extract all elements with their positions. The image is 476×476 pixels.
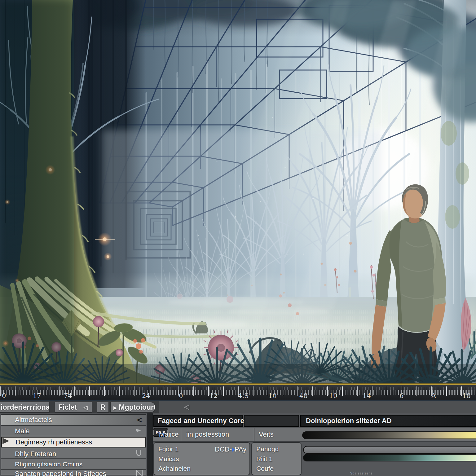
section-header-core: Fagecd and Unceriny Core [153, 415, 243, 427]
ruler-mark: 17 [33, 392, 41, 399]
cell-poslesstion[interactable]: iin poslesstion [182, 428, 233, 441]
ruler-mark: 0 [2, 392, 6, 399]
app-window: 0 17 74 24 0 12 4.S 10 48 10 14 6 A 18 i… [0, 0, 476, 476]
collapse-arrow-button[interactable]: ◁ [184, 403, 189, 411]
ruler-mark: 18 [462, 392, 471, 399]
dcd-right: PAy [235, 445, 246, 453]
ruler-mark: 12 [209, 392, 218, 399]
track-label: Coufe [256, 465, 274, 472]
empty-slider-track[interactable] [303, 446, 476, 454]
tab-label: Mgptoiourt [119, 403, 156, 411]
attributes-panel: Aitmefactels < Male Dhly Freteran Rtigin… [1, 414, 146, 475]
ruler-mark: 10 [268, 392, 277, 399]
cell-maiice[interactable]: Maiice [155, 428, 181, 441]
forest-artwork [0, 0, 476, 384]
export-box-icon[interactable] [136, 470, 143, 476]
list-item-rtigino[interactable]: Rtigino gifsiaion Cmiins [1, 460, 146, 469]
tab-label: Ficlet [58, 403, 77, 411]
gradient-slider-gold[interactable] [302, 431, 476, 439]
generated-image-viewport[interactable] [0, 0, 476, 384]
tab-label: iorderierrrionar [1, 403, 50, 411]
play-arrow-icon: ▶ [113, 405, 117, 410]
track-label: Riiit 1 [256, 455, 273, 463]
panel-seam [147, 413, 153, 476]
tab-mgptoiourt[interactable]: ▶Mgptoiourt [110, 402, 156, 413]
panel-header[interactable]: Aitmefactels < [1, 415, 146, 426]
dcd-pay-label: DCD-PAy [215, 445, 246, 453]
ruler-mark: 24 [142, 392, 150, 399]
track-label: Achaineien [158, 465, 191, 472]
tiny-footnote: Sda sastesns [350, 472, 372, 475]
ruler-mark: A [431, 392, 436, 399]
timeline-ruler[interactable]: 0 17 74 24 0 12 4.S 10 48 10 14 6 A 18 [0, 385, 476, 400]
text-input-field[interactable] [1, 437, 146, 447]
track-label: Fgior 1 [158, 445, 178, 453]
left-vignette [0, 0, 74, 384]
ruler-mark: 6 [399, 392, 403, 399]
list-item-sanaten[interactable]: Sanaten papesiond In Stfeges [1, 469, 146, 476]
tab-r[interactable]: R [97, 402, 109, 413]
tab-ficlet[interactable]: Ficlet ◁ [55, 402, 92, 413]
tab-label: R [100, 403, 106, 411]
collapse-chevron-icon[interactable]: < [137, 415, 142, 425]
ruler-mark: 48 [299, 392, 308, 399]
back-arrow-icon[interactable]: ◁ [83, 404, 88, 411]
ruler-mark: 14 [363, 392, 371, 399]
list-item-male[interactable]: Male [1, 426, 146, 436]
ruler-mark: 4.S [238, 392, 249, 399]
track-card-right[interactable]: Panogd Riiit 1 Coufe [251, 442, 302, 475]
panel-header-label: Aitmefactels [15, 416, 52, 424]
section-header-extension [244, 415, 299, 427]
ruler-mark: 0 [179, 392, 183, 399]
track-card-left[interactable]: Fgior 1 Maicas Achaineien DCD-PAy [153, 442, 250, 475]
gold-divider [0, 383, 476, 385]
bottom-panels: Aitmefactels < Male Dhly Freteran Rtigin… [0, 413, 476, 476]
track-label: Maicas [158, 455, 179, 463]
ruler-mark: 10 [329, 392, 337, 399]
dcd-left: DCD- [215, 445, 232, 453]
tab-bar: iorderierrrionar Ficlet ◁ R ▶Mgptoiourt … [0, 401, 476, 413]
ruler-mark: 74 [64, 392, 72, 399]
cell-veits[interactable]: Veits [254, 428, 285, 441]
horseshoe-icon[interactable] [136, 450, 141, 456]
tab-orderierrrionar[interactable]: iorderierrrionar [0, 402, 50, 413]
gradient-slider-teal[interactable] [303, 454, 476, 461]
section-header-right: Doiniopoierion siiteder AD [300, 415, 476, 427]
track-label: Panogd [256, 445, 279, 453]
list-item-freteran[interactable]: Dhly Freteran [1, 449, 146, 459]
